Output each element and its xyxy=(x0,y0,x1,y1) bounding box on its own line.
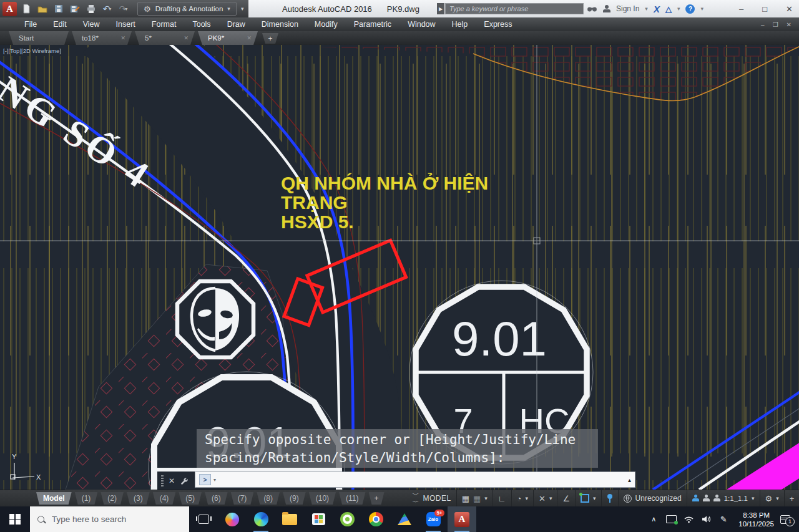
menu-file[interactable]: File xyxy=(16,17,45,31)
save-button[interactable] xyxy=(51,2,66,16)
wifi-button[interactable] xyxy=(680,506,697,532)
close-icon[interactable]: ✕ xyxy=(169,476,175,485)
close-icon[interactable]: ✕ xyxy=(184,35,189,41)
doc-minimize-button[interactable]: – xyxy=(761,21,765,28)
taskbar-search-input[interactable] xyxy=(51,514,172,525)
help-dropdown-icon[interactable]: ▾ xyxy=(700,6,703,12)
model-space-button[interactable]: MODEL xyxy=(418,490,456,506)
layout-tab-5[interactable]: (5) xyxy=(179,492,202,505)
google-drive-button[interactable] xyxy=(390,506,419,532)
polar-tracking-icon[interactable]: ◔ xyxy=(517,494,522,503)
microsoft-store-button[interactable] xyxy=(304,506,333,532)
a360-icon[interactable]: △ xyxy=(665,4,672,14)
geolocation-button[interactable]: Unrecognized xyxy=(618,490,687,506)
command-input[interactable] xyxy=(218,475,625,485)
task-view-button[interactable] xyxy=(189,506,218,532)
menu-parametric[interactable]: Parametric xyxy=(346,17,400,31)
save-as-button[interactable] xyxy=(67,2,82,16)
drawing-canvas[interactable]: NG SỐ 4 xyxy=(0,45,799,490)
menu-modify[interactable]: Modify xyxy=(306,17,346,31)
zalo-button[interactable]: Zalo 5+ xyxy=(419,506,448,532)
menu-help[interactable]: Help xyxy=(444,17,476,31)
menu-format[interactable]: Format xyxy=(144,17,185,31)
layout-tab-1[interactable]: (1) xyxy=(75,492,98,505)
chevron-down-icon[interactable]: ▾ xyxy=(525,495,528,501)
plot-button[interactable] xyxy=(84,2,98,16)
close-icon[interactable]: ✕ xyxy=(120,35,125,41)
redo-dropdown-icon[interactable]: ▾ xyxy=(125,6,127,12)
file-tab-5[interactable]: 5* ✕ xyxy=(135,31,195,45)
app-menu-button[interactable]: A xyxy=(2,2,17,16)
object-snap-icon[interactable] xyxy=(581,494,589,503)
chevron-down-icon[interactable]: ▾ xyxy=(593,495,596,501)
polar-tracking-group[interactable]: ◔ ▾ xyxy=(511,490,533,506)
3d-osnap-button[interactable] xyxy=(601,490,618,506)
chevron-down-icon[interactable]: ▾ xyxy=(752,495,755,501)
chevron-down-icon[interactable]: ▾ xyxy=(484,495,488,501)
search-go-button[interactable]: ▶ xyxy=(437,3,444,14)
menu-tools[interactable]: Tools xyxy=(184,17,218,31)
snap-grid-icon[interactable]: ▦ xyxy=(473,494,481,503)
layout-tab-9[interactable]: (9) xyxy=(283,492,306,505)
close-button[interactable]: ✕ xyxy=(786,4,793,14)
file-explorer-button[interactable] xyxy=(275,506,304,532)
redo-button[interactable]: ↷▾ xyxy=(116,2,130,16)
menu-express[interactable]: Express xyxy=(476,17,520,31)
object-snap-group[interactable]: ▾ xyxy=(575,490,601,506)
history-up-icon[interactable]: ▴ xyxy=(628,476,631,483)
file-tab-start[interactable]: Start xyxy=(9,31,69,45)
workspace-dropdown[interactable]: ⚙ Drafting & Annotation ▾ xyxy=(137,2,237,16)
command-line[interactable]: > ▾ ▴ xyxy=(195,472,635,488)
layout-tab-7[interactable]: (7) xyxy=(231,492,254,505)
grid-icon[interactable]: ▦ xyxy=(462,494,469,503)
workspace-switching-group[interactable]: ⚙ ▾ xyxy=(760,490,784,506)
help-icon[interactable]: ? xyxy=(685,4,695,14)
close-icon[interactable]: ✕ xyxy=(247,35,252,41)
qat-customize-button[interactable]: ▾ xyxy=(241,6,244,12)
display-status-button[interactable] xyxy=(662,506,680,532)
taskbar-search[interactable] xyxy=(30,506,189,532)
a360-dropdown-icon[interactable]: ▾ xyxy=(677,6,680,12)
maximize-button[interactable]: □ xyxy=(762,4,767,14)
action-center-button[interactable]: 1 xyxy=(780,506,799,532)
minimize-button[interactable]: – xyxy=(739,4,743,14)
doc-close-button[interactable]: ✕ xyxy=(787,21,792,28)
sign-in-button[interactable]: Sign In xyxy=(616,4,639,13)
menu-draw[interactable]: Draw xyxy=(219,17,253,31)
chevron-down-icon[interactable]: ▾ xyxy=(549,495,552,501)
gear-icon[interactable]: ⚙ xyxy=(765,494,773,503)
grid-snap-group[interactable]: ▦ ▦ ▾ xyxy=(456,490,493,506)
drawing-area[interactable]: NG SỐ 4 xyxy=(0,45,799,490)
theater-symbol[interactable] xyxy=(177,281,253,357)
volume-button[interactable] xyxy=(697,506,715,532)
autocad-taskbar-button[interactable]: A xyxy=(448,506,476,532)
undo-dropdown-icon[interactable]: ▾ xyxy=(109,6,111,12)
start-button[interactable] xyxy=(0,506,30,532)
doc-restore-button[interactable]: ❐ xyxy=(773,21,778,28)
exchange-apps-icon[interactable]: X xyxy=(654,4,660,14)
file-tab-pk9[interactable]: PK9* ✕ xyxy=(198,31,258,45)
file-tab-to18[interactable]: to18* ✕ xyxy=(72,31,132,45)
undo-button[interactable]: ↶▾ xyxy=(100,2,114,16)
annotation-scale-group[interactable]: 1:1_1.1 ▾ xyxy=(687,490,760,506)
annotation-scale-icon[interactable] xyxy=(713,495,720,502)
edge-button[interactable] xyxy=(247,506,275,532)
layout-tab-4[interactable]: (4) xyxy=(153,492,176,505)
menu-view[interactable]: View xyxy=(75,17,108,31)
isodraft-group[interactable]: ✕ ▾ xyxy=(533,490,557,506)
add-layout-button[interactable]: + xyxy=(369,492,385,505)
open-file-button[interactable] xyxy=(35,2,49,16)
layout-tab-10[interactable]: (10) xyxy=(309,492,336,505)
layout-tab-8[interactable]: (8) xyxy=(257,492,280,505)
new-file-button[interactable] xyxy=(19,2,33,16)
viewport-label[interactable]: [-][Top][2D Wireframe] xyxy=(3,47,61,54)
coccoc-button[interactable] xyxy=(333,506,361,532)
sign-in-dropdown-icon[interactable]: ▾ xyxy=(645,6,648,12)
layout-tab-3[interactable]: (3) xyxy=(127,492,150,505)
drag-handle[interactable] xyxy=(161,475,164,486)
clock[interactable]: 8:38 PM 10/11/2025 xyxy=(732,511,780,528)
annotation-visibility-icon[interactable] xyxy=(692,495,699,502)
new-drawing-tab-button[interactable]: + xyxy=(262,33,278,44)
annotation-monitor-button[interactable]: + xyxy=(784,490,799,506)
annotation-scale-value[interactable]: 1:1_1.1 xyxy=(724,495,748,502)
